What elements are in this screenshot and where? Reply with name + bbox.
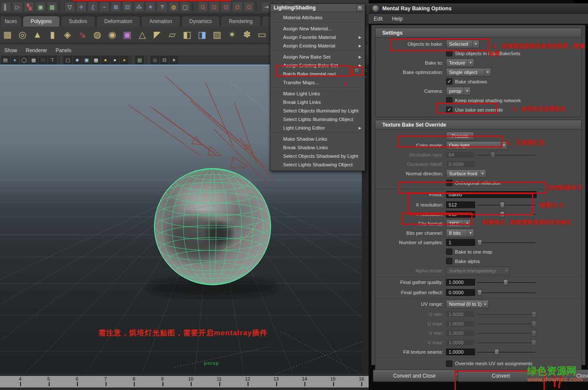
menu-item-light-linking-editor[interactable]: Light Linking Editor▶ [270,124,365,132]
shelf-tab-polygons[interactable]: Polygons [23,16,60,27]
light-yellow-icon[interactable]: ● [101,56,109,64]
presets-button[interactable]: Presets [446,132,474,140]
y-resolution-slider[interactable] [477,211,535,218]
particles-icon[interactable]: ⁂ [134,2,144,12]
u-max-slider[interactable] [477,320,535,327]
vertex-color-icon[interactable]: ∷ [39,56,47,64]
v-max-slider[interactable] [477,339,535,346]
texture-t-icon[interactable]: T [48,56,56,64]
snap-to-point-icon[interactable]: Ω [221,2,231,12]
menu-item-select-objects-illuminated-by-light[interactable]: Select Objects Illuminated by Light [270,106,365,115]
curve-tool-icon[interactable]: ~ [99,2,109,12]
menu-item-select-lights-illuminating-object[interactable]: Select Lights Illuminating Object [270,115,365,124]
menu-item-material-attributes[interactable]: Material Attributes [270,13,365,22]
no-texture-icon[interactable]: ▩ [30,56,38,64]
shelf-tab-faces[interactable]: faces [0,16,22,27]
final-gather-reflect-input[interactable]: 0.0000 [446,289,475,296]
select-hierarchy-icon[interactable]: ▚ [24,2,34,12]
objects-to-bake-dropdown[interactable]: Selected ▼ [446,40,479,48]
u-min-slider[interactable] [477,311,535,318]
menu-item-transfer-maps[interactable]: Transfer Maps... [270,78,365,87]
orthogonal-reflection-checkbox[interactable]: ✓ [446,180,452,186]
final-gather-reflect-slider[interactable] [477,289,535,296]
menu-item-assign-new-material[interactable]: Assign New Material... [270,24,365,33]
convert-and-close-button[interactable]: Convert and Close [373,369,456,382]
poly-reduce-icon[interactable]: ▭ [255,28,269,41]
joint-tool-icon[interactable]: ζ [88,2,98,12]
layered-view-icon[interactable]: ⊡ [160,56,168,64]
x-resolution-slider[interactable] [477,201,535,208]
shaded-cube-icon[interactable]: ■ [73,56,81,64]
poly-sphere-wire-icon[interactable]: ◍ [91,28,104,41]
v-max-input[interactable]: 1.0000 [446,339,475,346]
file-format-dropdown[interactable]: TIFF ▼ [446,219,471,228]
poly-ramp-icon[interactable]: ▨ [210,28,224,41]
uv-range-dropdown[interactable]: Normal (0 to 1) ▼ [446,300,489,308]
paint-effects-icon[interactable]: ✳ [145,2,156,12]
keep-original-checkbox[interactable]: ✓ [446,97,452,103]
snap-to-grid-icon[interactable]: Ω [198,2,208,12]
poly-cylinder-icon[interactable]: ▮ [46,28,59,41]
poly-sphere-icon[interactable]: ◉ [106,28,119,41]
poly-plane-icon[interactable]: ▦ [1,28,14,41]
close-button[interactable]: Close [561,369,588,382]
override-mesh-uv-checkbox[interactable]: ✓ [446,360,452,367]
poly-torus-icon[interactable]: ◎ [16,28,29,41]
bake-shadows-checkbox[interactable]: ✓ [446,78,452,85]
wireframe-cube-icon[interactable]: ▢ [64,56,72,64]
select-area-icon[interactable]: ▢ [180,2,190,12]
menu-item-break-shadow-links[interactable]: Break Shadow Links [270,143,365,152]
checker-cube-icon[interactable]: ▦ [92,56,100,64]
select-dashed-icon[interactable]: ▧ [136,56,144,64]
shelf-tab-dynamics[interactable]: Dynamics [181,16,220,27]
film-gate-icon[interactable]: ▤ [1,56,9,64]
select-object-icon[interactable]: ▣ [35,2,46,12]
u-min-input[interactable]: 1.0000 [446,311,475,318]
u-max-input[interactable]: 1.0000 [446,320,475,327]
poly-smooth-icon[interactable]: ✽ [240,28,254,41]
menu-item-make-light-links[interactable]: Make Light Links [270,89,365,98]
menu-item-break-light-links[interactable]: Break Light Links [270,98,365,106]
close-icon[interactable]: ✕ [357,5,363,11]
menu-item-assign-new-bake-set[interactable]: Assign New Bake Set▶ [270,53,365,61]
highlight-mode-icon[interactable]: ▽ [65,2,75,12]
window-titlebar[interactable]: Mental Ray Baking Options [369,3,588,14]
bits-per-channel-dropdown[interactable]: 8 bits ▼ [446,229,474,237]
timeline-ruler[interactable]: 45678910111213141516 [0,375,369,387]
directional-light-rays[interactable] [128,76,274,185]
transform-icon[interactable]: ⊡ [122,2,133,12]
isolate-cube-icon[interactable]: ◇ [151,56,159,64]
normal-direction-dropdown[interactable]: Surface front ▼ [446,169,486,178]
occlusion-rays-input[interactable]: 64 [446,151,475,158]
override-header[interactable]: Texture Bake Set Override [375,120,581,130]
final-gather-quality-slider[interactable] [477,279,535,286]
number-of-samples-input[interactable]: 1 [446,239,475,246]
x-resolution-input[interactable]: 512 [446,201,475,208]
occlusion-falloff-input[interactable]: 0.0000 [446,161,475,168]
number-of-samples-slider[interactable] [477,239,535,246]
fill-texture-seams-slider[interactable] [477,349,535,355]
poly-spikes-icon[interactable]: ✶ [225,28,239,41]
fill-texture-seams-input[interactable]: 1.0000 [446,349,475,355]
camera-dropdown[interactable]: persp ▼ [446,87,471,95]
poly-cube-face-icon[interactable]: ◨ [195,28,209,41]
textured-cube-icon[interactable]: ▣ [83,56,91,64]
arrow-cursor-icon[interactable]: ▷ [12,2,23,12]
settings-header[interactable]: Settings [375,28,581,38]
shelf-tab-animation[interactable]: Animation [141,16,180,27]
help-icon[interactable]: ? [157,2,167,12]
lock-icon[interactable]: ◍ [168,2,179,12]
panel-menu-renderer[interactable]: Renderer [26,47,47,53]
bake-optimization-dropdown[interactable]: Single object ▼ [446,68,491,77]
move-tool-icon[interactable]: ✛ [76,2,86,12]
menu-item-select-lights-shadowing-object[interactable]: Select Lights Shadowing Object [270,160,365,169]
light-gold-icon[interactable]: ● [120,56,128,64]
prefix-input[interactable]: baked [446,191,537,198]
snap-to-curve-icon[interactable]: Ω [209,2,219,12]
bake-to-one-map-checkbox[interactable]: ✓ [446,248,452,255]
panel-menu-show[interactable]: Show [4,47,17,53]
menu-item-assign-favorite-material[interactable]: Assign Favorite Material▶ [270,33,365,41]
snap-to-view-plane-icon[interactable]: Ω [244,2,254,12]
color-mode-dropdown[interactable]: Only light ▼ [446,141,508,150]
alpha-mode-dropdown[interactable]: Surface transparency ▼ [446,266,510,275]
